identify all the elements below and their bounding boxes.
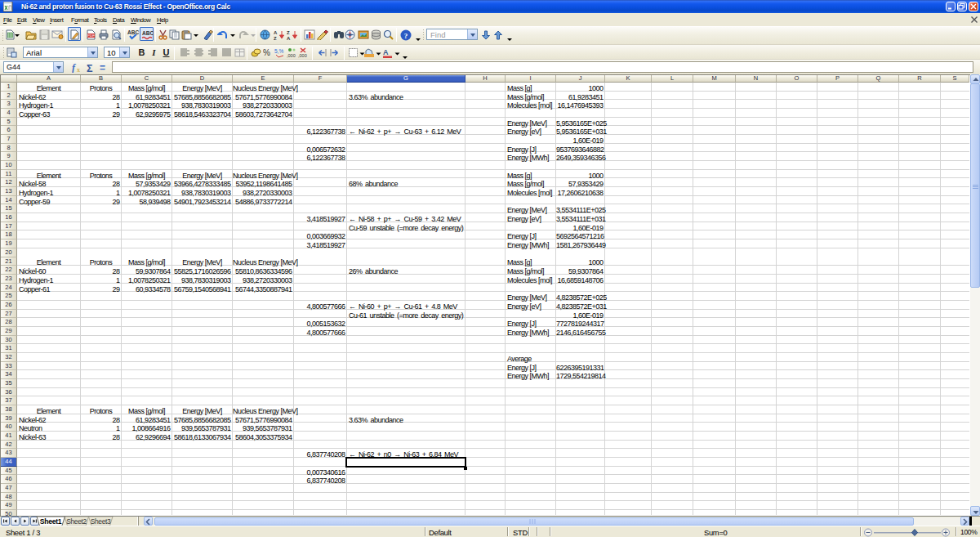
svg-text:A: A — [274, 30, 278, 35]
svg-text:Sheet1: Sheet1 — [40, 517, 62, 526]
svg-text:x: x — [77, 66, 80, 73]
svg-text:?: ? — [404, 32, 408, 40]
svg-text:=: = — [100, 62, 105, 73]
svg-text:%: % — [263, 48, 270, 57]
svg-text:,000: ,000 — [298, 53, 307, 58]
svg-text:ABC: ABC — [142, 30, 154, 36]
svg-text:,000: ,000 — [287, 53, 296, 58]
svg-text:f: f — [72, 62, 76, 73]
svg-text:A: A — [383, 48, 389, 56]
svg-text:Sheet3: Sheet3 — [91, 517, 111, 526]
svg-text:ABC: ABC — [127, 29, 139, 35]
svg-text:Sheet2: Sheet2 — [66, 517, 87, 526]
svg-text:A: A — [287, 36, 291, 40]
svg-text:Z: Z — [274, 36, 277, 40]
svg-text:Z: Z — [287, 30, 290, 35]
svg-text:5,%: 5,% — [274, 48, 283, 54]
svg-text:PDF: PDF — [87, 34, 95, 38]
svg-text:Σ: Σ — [87, 63, 93, 74]
